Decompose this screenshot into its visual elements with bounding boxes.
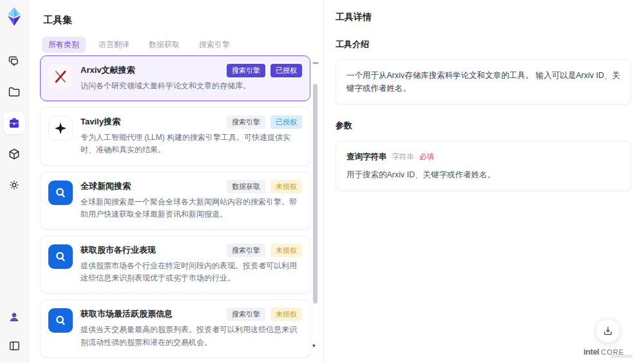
category-tab[interactable]: 语言翻译 bbox=[92, 37, 136, 53]
tool-card[interactable]: 获取股市各行业表现 提供股票市场各个行业在特定时间段内的表现。投资者可以利用这些… bbox=[40, 235, 310, 293]
param-name: 查询字符串 bbox=[346, 150, 387, 163]
tool-list: Arxiv文献搜索 访问各个研究领域大量科学论文和文章的存储库。 搜索引擎 已授… bbox=[40, 55, 310, 363]
tool-description: 访问各个研究领域大量科学论文和文章的存储库。 bbox=[80, 80, 302, 92]
auth-status-badge: 未授权 bbox=[270, 180, 302, 193]
tavily-star-icon bbox=[48, 116, 73, 141]
detail-title: 工具详情 bbox=[336, 12, 631, 23]
search-app-icon bbox=[48, 308, 73, 333]
intel-wordmark: intel bbox=[583, 347, 599, 357]
params-header: 参数 bbox=[336, 120, 631, 132]
search-app-icon bbox=[48, 181, 73, 205]
param-required-badge: 必填 bbox=[419, 151, 434, 162]
sidebar-nav bbox=[3, 50, 25, 196]
tool-card[interactable]: 获取市场最活跃股票信息 提供当天交易量最高的股票列表。投资者可以利用这些信息来识… bbox=[40, 299, 310, 357]
category-badge: 搜索引擎 bbox=[227, 64, 265, 77]
scroll-down-icon[interactable]: ▾ bbox=[312, 342, 316, 349]
list-scrollbar[interactable]: ▬ ▾ bbox=[313, 59, 317, 341]
tool-card[interactable]: Arxiv文献搜索 访问各个研究领域大量科学论文和文章的存储库。 搜索引擎 已授… bbox=[40, 55, 310, 101]
tool-description: 专为人工智能代理 (LLM) 构建的搜索引擎工具。可快速提供实时、准确和真实的结… bbox=[80, 132, 302, 156]
arxiv-logo-icon bbox=[48, 64, 73, 89]
search-app-icon bbox=[48, 244, 73, 269]
category-badge: 搜索引擎 bbox=[227, 308, 265, 321]
user-icon[interactable] bbox=[3, 306, 25, 328]
floating-corner: intel CORE bbox=[583, 319, 632, 358]
scroll-up-icon[interactable]: ▬ bbox=[313, 59, 318, 65]
download-button[interactable] bbox=[596, 319, 620, 343]
toolbox-icon[interactable] bbox=[3, 112, 25, 134]
tool-description: 全球新闻搜索是一个聚合全球各大新闻网站内容的搜索引擎。帮助用户快速获取全球最新资… bbox=[80, 196, 302, 221]
tool-detail-panel: 工具详情 工具介绍 一个用于从Arxiv存储库搜索科学论文和文章的工具。 输入可… bbox=[323, 0, 644, 363]
category-badge: 数据获取 bbox=[227, 180, 265, 193]
tool-description: 提供当天交易量最高的股票列表。投资者可以利用这些信息来识别流动性强的股票和潜在的… bbox=[80, 324, 302, 348]
auth-status-badge: 已授权 bbox=[270, 115, 302, 129]
category-badge: 搜索引擎 bbox=[227, 115, 265, 129]
category-badge: 搜索引擎 bbox=[227, 244, 265, 257]
scrollbar-thumb[interactable] bbox=[313, 84, 317, 304]
tool-card[interactable]: 全球新闻搜索 全球新闻搜索是一个聚合全球各大新闻网站内容的搜索引擎。帮助用户快速… bbox=[40, 172, 310, 230]
folder-icon[interactable] bbox=[3, 81, 25, 103]
auth-status-badge: 未授权 bbox=[270, 244, 302, 257]
auth-status-badge: 未授权 bbox=[270, 308, 302, 321]
chat-icon[interactable] bbox=[3, 50, 25, 72]
intro-header: 工具介绍 bbox=[336, 39, 631, 50]
category-tabs: 所有类别语言翻译数据获取搜索引擎 bbox=[42, 37, 310, 53]
page-title: 工具集 bbox=[43, 14, 310, 26]
package-icon[interactable] bbox=[3, 143, 25, 165]
gear-icon[interactable] bbox=[3, 174, 25, 196]
intel-core-logo: intel CORE bbox=[583, 347, 632, 358]
category-tab[interactable]: 所有类别 bbox=[42, 37, 86, 53]
app-window: 工具集 所有类别语言翻译数据获取搜索引擎 Arxiv文献搜索 访问各个研究领域大… bbox=[0, 0, 644, 363]
panel-icon[interactable] bbox=[3, 335, 25, 357]
tool-list-panel: 工具集 所有类别语言翻译数据获取搜索引擎 Arxiv文献搜索 访问各个研究领域大… bbox=[29, 0, 323, 363]
param-type: 字符串 bbox=[392, 151, 415, 162]
tool-intro-card: 一个用于从Arxiv存储库搜索科学论文和文章的工具。 输入可以是Arxiv ID… bbox=[336, 59, 631, 104]
sidebar-bottom bbox=[3, 306, 25, 357]
auth-status-badge: 已授权 bbox=[270, 64, 302, 77]
core-wordmark: CORE bbox=[601, 348, 624, 356]
param-card: 查询字符串 字符串 必填 用于搜索的Arxiv ID、关键字或作者姓名。 bbox=[336, 141, 631, 191]
category-tab[interactable]: 搜索引擎 bbox=[193, 37, 236, 53]
app-logo bbox=[5, 6, 24, 26]
param-description: 用于搜索的Arxiv ID、关键字或作者姓名。 bbox=[346, 168, 620, 181]
tool-card[interactable]: Tavily搜索 专为人工智能代理 (LLM) 构建的搜索引擎工具。可快速提供实… bbox=[40, 107, 310, 165]
tool-description: 提供股票市场各个行业在特定时间段内的表现。投资者可以利用这些信息来识别表现优于或… bbox=[80, 260, 302, 284]
category-tab[interactable]: 数据获取 bbox=[142, 37, 186, 53]
sidebar bbox=[0, 0, 29, 363]
